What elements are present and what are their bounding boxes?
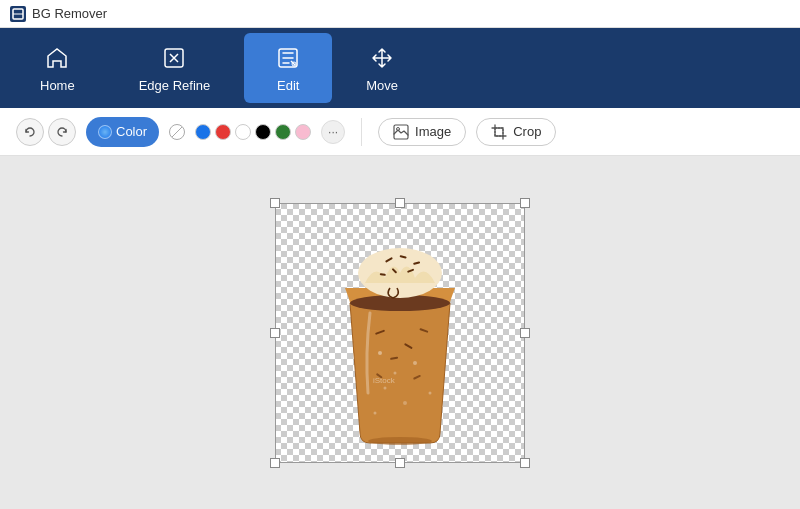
crop-handle-ml[interactable]	[270, 328, 280, 338]
redo-button[interactable]	[48, 118, 76, 146]
edge-refine-icon	[160, 44, 188, 72]
crop-handle-bl[interactable]	[270, 458, 280, 468]
crop-handle-tm[interactable]	[395, 198, 405, 208]
canvas-area[interactable]: iStock	[0, 156, 800, 509]
crop-handle-bm[interactable]	[395, 458, 405, 468]
crop-container[interactable]: iStock	[275, 203, 525, 463]
app-icon	[10, 6, 26, 22]
crop-handle-mr[interactable]	[520, 328, 530, 338]
svg-line-5	[170, 125, 184, 139]
swatch-red[interactable]	[215, 124, 231, 140]
color-dot	[98, 125, 112, 139]
swatch-blue[interactable]	[195, 124, 211, 140]
swatch-green[interactable]	[275, 124, 291, 140]
edit-icon	[274, 44, 302, 72]
swatch-transparent[interactable]	[169, 124, 185, 140]
crop-border	[275, 203, 525, 463]
nav-item-move[interactable]: Move	[336, 33, 428, 103]
color-swatches	[195, 124, 311, 140]
crop-label: Crop	[513, 124, 541, 139]
more-label: ···	[328, 125, 338, 139]
nav-label-move: Move	[366, 78, 398, 93]
undo-button[interactable]	[16, 118, 44, 146]
image-label: Image	[415, 124, 451, 139]
swatch-pink[interactable]	[295, 124, 311, 140]
nav-label-home: Home	[40, 78, 75, 93]
swatch-black[interactable]	[255, 124, 271, 140]
crop-handle-tr[interactable]	[520, 198, 530, 208]
move-icon	[368, 44, 396, 72]
image-button[interactable]: Image	[378, 118, 466, 146]
color-label: Color	[116, 124, 147, 139]
color-button[interactable]: Color	[86, 117, 159, 147]
nav-item-home[interactable]: Home	[10, 33, 105, 103]
toolbar-separator	[361, 118, 362, 146]
undo-group	[16, 118, 76, 146]
titlebar: BG Remover	[0, 0, 800, 28]
crop-handle-tl[interactable]	[270, 198, 280, 208]
crop-handle-br[interactable]	[520, 458, 530, 468]
svg-rect-8	[495, 128, 503, 136]
image-icon	[393, 124, 409, 140]
nav-item-edit[interactable]: Edit	[244, 33, 332, 103]
nav-label-edit: Edit	[277, 78, 299, 93]
navbar: Home Edge Refine Edit Move	[0, 28, 800, 108]
app-title: BG Remover	[32, 6, 107, 21]
crop-button[interactable]: Crop	[476, 118, 556, 146]
nav-label-edge-refine: Edge Refine	[139, 78, 211, 93]
crop-icon	[491, 124, 507, 140]
nav-item-edge-refine[interactable]: Edge Refine	[109, 33, 241, 103]
more-colors-button[interactable]: ···	[321, 120, 345, 144]
swatch-white[interactable]	[235, 124, 251, 140]
home-icon	[43, 44, 71, 72]
toolbar: Color ··· Image	[0, 108, 800, 156]
